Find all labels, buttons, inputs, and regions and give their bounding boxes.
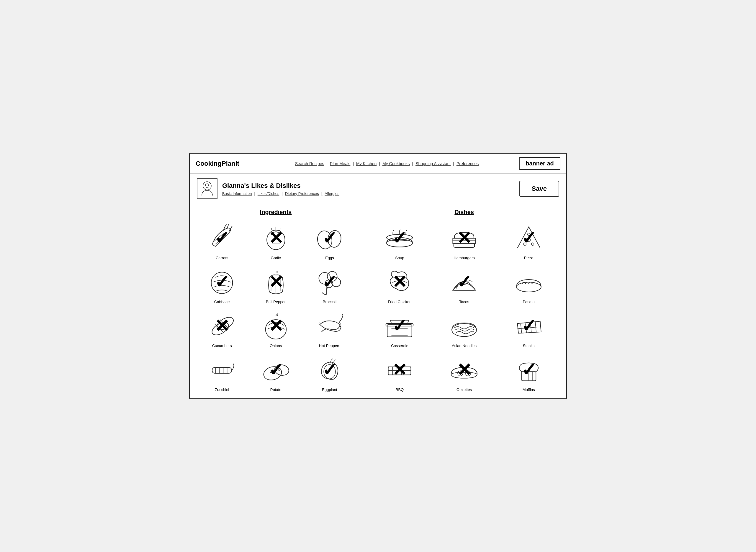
food-icon: ✓ xyxy=(313,222,346,255)
food-icon: ✕ xyxy=(383,266,416,298)
food-label: Eggs xyxy=(325,256,334,260)
page-wrapper: CookingPlanIt Search Recipes | Plan Meal… xyxy=(189,153,567,399)
food-label: Zucchini xyxy=(215,388,229,392)
list-item[interactable]: ✓ Casserole xyxy=(368,308,431,350)
food-label: Muffins xyxy=(523,388,535,392)
food-icon: ✕ xyxy=(448,222,480,255)
food-icon: ✓ xyxy=(513,354,545,386)
check-mark: ✓ xyxy=(392,230,407,247)
list-item[interactable]: ✕ Fried Chicken xyxy=(368,264,431,306)
food-icon: ✓ xyxy=(383,310,416,342)
food-icon: ✕ xyxy=(260,222,292,255)
food-icon: ✕ xyxy=(383,354,416,386)
nav-shopping-assistant[interactable]: Shopping Assistant xyxy=(416,161,451,166)
list-item[interactable]: ✕ Omlettes xyxy=(433,352,496,394)
list-item[interactable]: Zucchini xyxy=(196,352,248,394)
food-icon xyxy=(313,310,346,342)
list-item[interactable]: ✕ BBQ xyxy=(368,352,431,394)
food-icon xyxy=(513,266,545,298)
list-item[interactable]: ✓ Pizza xyxy=(497,220,560,262)
list-item[interactable]: ✓ Tacos xyxy=(433,264,496,306)
food-icon: ✓ xyxy=(448,266,480,298)
food-label: Carrots xyxy=(216,256,228,260)
list-item[interactable]: ✓ Eggs xyxy=(303,220,356,262)
svg-rect-23 xyxy=(212,368,232,373)
check-mark: ✓ xyxy=(521,230,536,247)
food-icon: ✓ xyxy=(260,354,292,386)
food-label: Asian Noodles xyxy=(452,343,476,348)
nav-plan-meals[interactable]: Plan Meals xyxy=(330,161,350,166)
check-mark: ✓ xyxy=(215,273,229,291)
list-item[interactable]: ✓ Carrots xyxy=(196,220,248,262)
list-item[interactable]: ✓ Cabbage xyxy=(196,264,248,306)
list-item[interactable]: ✕ Cucumbers xyxy=(196,308,248,350)
header-tabs: Basic Information | Likes/Dishes | Dieta… xyxy=(222,191,515,196)
x-mark: ✕ xyxy=(215,317,229,335)
food-label: Onions xyxy=(270,343,282,348)
list-item[interactable]: ✕ Garlic xyxy=(249,220,302,262)
food-label: Casserole xyxy=(391,343,408,348)
food-icon xyxy=(448,310,480,342)
check-mark: ✓ xyxy=(521,317,536,335)
nav-links: Search Recipes | Plan Meals | My Kitchen… xyxy=(259,161,514,166)
list-item[interactable]: ✓ Broccoli xyxy=(303,264,356,306)
list-item[interactable]: ✓ Soup xyxy=(368,220,431,262)
food-label: Pizza xyxy=(524,256,534,260)
check-mark: ✓ xyxy=(322,273,337,291)
nav-sep-1: | xyxy=(326,161,328,166)
list-item[interactable]: Hot Peppers xyxy=(303,308,356,350)
check-mark: ✓ xyxy=(322,361,337,379)
food-label: Broccoli xyxy=(323,300,336,304)
food-icon xyxy=(206,354,238,386)
header-info: Gianna's Likes & Dislikes Basic Informat… xyxy=(222,182,515,196)
list-item[interactable]: ✓ Steaks xyxy=(497,308,560,350)
ingredients-grid: ✓ Carrots ✕ Garlic ✓ Eggs xyxy=(196,220,356,394)
list-item[interactable]: ✓ Eggplant xyxy=(303,352,356,394)
food-icon: ✕ xyxy=(448,354,480,386)
food-icon: ✓ xyxy=(206,266,238,298)
tab-likes-dishes[interactable]: Likes/Dishes xyxy=(257,191,280,196)
check-mark: ✓ xyxy=(457,273,471,291)
food-icon: ✕ xyxy=(260,310,292,342)
list-item[interactable]: ✓ Potato xyxy=(249,352,302,394)
list-item[interactable]: ✕ Bell Pepper xyxy=(249,264,302,306)
x-mark: ✕ xyxy=(268,273,283,291)
nav-preferences[interactable]: Preferences xyxy=(456,161,478,166)
food-label: Omlettes xyxy=(456,388,472,392)
nav-search-recipes[interactable]: Search Recipes xyxy=(295,161,324,166)
ingredients-column: Ingredients ✓ Carrots ✕ xyxy=(190,209,362,394)
food-label: Eggplant xyxy=(322,388,337,392)
x-mark: ✕ xyxy=(268,317,283,335)
svg-point-2 xyxy=(208,184,209,186)
x-mark: ✕ xyxy=(457,230,471,247)
tab-basic-info[interactable]: Basic Information xyxy=(222,191,252,196)
list-item[interactable]: ✕ Hamburgers xyxy=(433,220,496,262)
nav-my-cookbooks[interactable]: My Cookbooks xyxy=(383,161,410,166)
list-item[interactable]: ✕ Onions xyxy=(249,308,302,350)
tab-dietary-preferences[interactable]: Dietary Preferences xyxy=(285,191,319,196)
food-label: Potato xyxy=(270,388,282,392)
svg-point-0 xyxy=(203,182,211,190)
page-title: Gianna's Likes & Dislikes xyxy=(222,182,515,189)
food-icon: ✓ xyxy=(313,354,346,386)
banner-ad: banner ad xyxy=(519,157,560,170)
list-item[interactable]: Asian Noodles xyxy=(433,308,496,350)
food-label: BBQ xyxy=(396,388,404,392)
food-label: Steaks xyxy=(523,343,535,348)
list-item[interactable]: ✓ Muffins xyxy=(497,352,560,394)
x-mark: ✕ xyxy=(457,361,471,379)
food-icon: ✕ xyxy=(206,310,238,342)
food-label: Hamburgers xyxy=(453,256,475,260)
food-icon: ✕ xyxy=(260,266,292,298)
nav-sep-3: | xyxy=(379,161,380,166)
nav-logo[interactable]: CookingPlanIt xyxy=(196,160,255,167)
save-button[interactable]: Save xyxy=(519,181,559,197)
nav-my-kitchen[interactable]: My Kitchen xyxy=(356,161,376,166)
tab-allergies[interactable]: Allergies xyxy=(325,191,339,196)
svg-point-51 xyxy=(452,323,476,336)
dishes-column: Dishes ✓ Soup ✕ Hamburgers xyxy=(362,209,566,394)
list-item[interactable]: Pasdta xyxy=(497,264,560,306)
food-label: Cabbage xyxy=(214,300,230,304)
food-label: Hot Peppers xyxy=(319,343,340,348)
food-icon: ✓ xyxy=(206,222,238,255)
